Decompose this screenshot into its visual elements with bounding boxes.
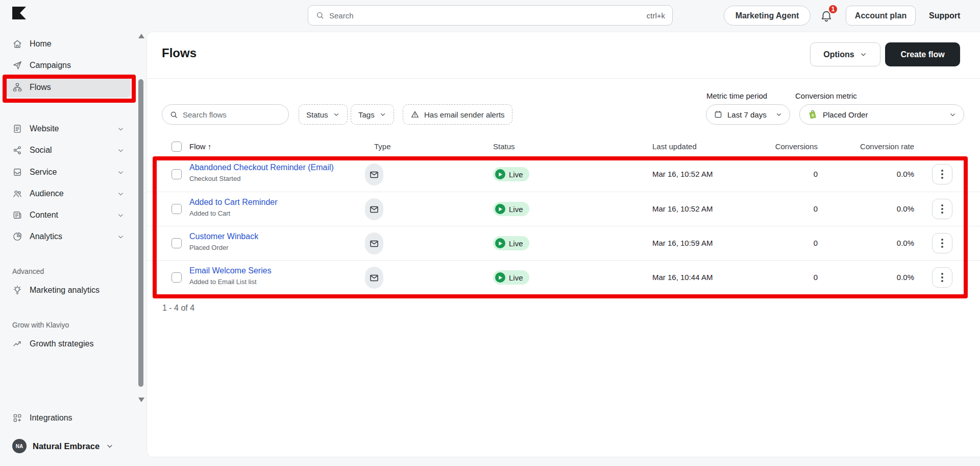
alerts-filter-label: Has email sender alerts — [424, 110, 505, 119]
notification-count-badge[interactable]: 1 — [828, 4, 838, 14]
chevron-down-icon — [333, 111, 340, 118]
status-filter[interactable]: Status — [299, 104, 348, 125]
sidebar-item-label: Analytics — [30, 232, 62, 241]
home-icon — [12, 39, 22, 49]
global-search-input[interactable] — [329, 11, 642, 20]
tags-filter-label: Tags — [358, 110, 375, 119]
sidebar-item-social[interactable]: Social — [6, 140, 131, 160]
row-checkbox[interactable] — [172, 238, 182, 248]
column-header-conversions[interactable]: Conversions — [736, 142, 818, 151]
last-updated-cell: Mar 16, 10:52 AM — [652, 170, 713, 178]
status-badge-label: Live — [509, 170, 523, 179]
column-header-status[interactable]: Status — [493, 142, 515, 151]
account-plan-button[interactable]: Account plan — [846, 6, 916, 26]
scroll-down-arrow[interactable] — [138, 398, 144, 402]
conversion-rate-cell: 0.0% — [832, 239, 914, 247]
alert-triangle-icon — [410, 110, 420, 119]
conversion-metric-dropdown[interactable]: S Placed Order — [799, 104, 964, 125]
status-badge-label: Live — [509, 273, 523, 282]
status-badge: Live — [493, 202, 529, 216]
conversions-cell: 0 — [736, 239, 818, 247]
select-all-checkbox[interactable] — [172, 142, 182, 152]
options-button-label: Options — [823, 50, 854, 59]
flow-link[interactable]: Customer Winback — [189, 232, 258, 241]
status-badge: Live — [493, 167, 529, 181]
table-row: Email Welcome Series Added to Email List… — [147, 260, 980, 294]
sidebar-item-analytics[interactable]: Analytics — [6, 226, 131, 247]
sidebar-item-audience[interactable]: Audience — [6, 183, 131, 204]
row-checkbox[interactable] — [172, 272, 182, 283]
account-switcher[interactable]: NA Natural Embrace — [6, 435, 134, 457]
account-name: Natural Embrace — [33, 441, 100, 451]
sidebar-item-campaigns[interactable]: Campaigns — [6, 55, 131, 76]
flow-search-input[interactable] — [183, 110, 270, 119]
scrollbar-thumb[interactable] — [138, 79, 143, 387]
chevron-down-icon — [117, 233, 125, 241]
row-menu-button[interactable] — [932, 267, 952, 288]
svg-text:S: S — [812, 113, 814, 118]
email-sender-alerts-filter[interactable]: Has email sender alerts — [403, 104, 512, 125]
chevron-down-icon — [379, 111, 386, 118]
flow-link[interactable]: Email Welcome Series — [189, 266, 272, 275]
row-menu-button[interactable] — [932, 233, 952, 253]
sidebar-item-flows[interactable]: Flows — [6, 77, 131, 98]
sidebar-item-home[interactable]: Home — [6, 34, 131, 54]
chevron-down-icon — [775, 111, 782, 118]
scroll-up-arrow[interactable] — [138, 34, 144, 38]
row-checkbox[interactable] — [172, 169, 182, 179]
chevron-down-icon — [117, 212, 125, 219]
email-type-chip — [365, 198, 383, 220]
integrations-grid-icon — [12, 413, 22, 423]
pagination-summary: 1 - 4 of 4 — [162, 304, 194, 313]
global-search-bar[interactable]: ctrl+k — [308, 5, 673, 26]
conversion-metric-label: Conversion metric — [795, 91, 857, 100]
status-filter-label: Status — [306, 110, 328, 119]
klaviyo-logo — [12, 7, 26, 19]
search-icon — [315, 11, 325, 20]
tags-filter[interactable]: Tags — [351, 104, 394, 125]
column-header-flow[interactable]: Flow ↑ — [189, 142, 211, 151]
sidebar-item-growth-strategies[interactable]: Growth strategies — [6, 334, 131, 354]
flow-trigger: Added to Email List list — [189, 278, 257, 286]
marketing-agent-button[interactable]: Marketing Agent — [724, 6, 811, 26]
column-header-type[interactable]: Type — [374, 142, 391, 151]
sidebar-item-label: Flows — [30, 83, 51, 92]
sidebar-item-marketing-analytics[interactable]: Marketing analytics — [6, 280, 131, 300]
calendar-icon — [714, 110, 723, 119]
trending-up-icon — [12, 339, 22, 349]
row-menu-button[interactable] — [932, 164, 952, 184]
play-icon — [495, 272, 505, 283]
play-icon — [495, 169, 505, 179]
support-link[interactable]: Support — [929, 11, 960, 20]
last-updated-cell: Mar 16, 10:52 AM — [652, 204, 713, 213]
options-button[interactable]: Options — [810, 42, 880, 66]
flow-link[interactable]: Added to Cart Reminder — [189, 198, 278, 207]
play-icon — [495, 238, 505, 248]
shopify-icon: S — [807, 109, 818, 120]
sidebar-item-service[interactable]: Service — [6, 162, 131, 182]
pie-chart-icon — [12, 231, 22, 242]
column-header-conversion-rate[interactable]: Conversion rate — [832, 142, 914, 151]
row-menu-button[interactable] — [932, 199, 952, 219]
sidebar-item-label: Audience — [30, 189, 64, 198]
sidebar-item-integrations[interactable]: Integrations — [6, 408, 131, 428]
time-period-dropdown[interactable]: Last 7 days — [706, 104, 790, 125]
row-checkbox[interactable] — [172, 204, 182, 214]
email-icon — [369, 170, 379, 180]
sidebar-item-content[interactable]: Content — [6, 205, 131, 225]
table-header: Flow ↑ Type Status Last updated Conversi… — [147, 138, 980, 156]
create-flow-button[interactable]: Create flow — [885, 42, 960, 66]
flow-link[interactable]: Abandoned Checkout Reminder (Email) — [189, 163, 334, 172]
sidebar-item-website[interactable]: Website — [6, 119, 131, 139]
email-icon — [369, 204, 379, 215]
chevron-down-icon — [117, 169, 125, 176]
column-header-last-updated[interactable]: Last updated — [652, 142, 697, 151]
sort-ascending-icon: ↑ — [208, 142, 212, 151]
metric-time-period-label: Metric time period — [706, 91, 767, 100]
advanced-section-label: Advanced — [12, 267, 44, 275]
share-icon — [12, 145, 22, 155]
table-row: Added to Cart Reminder Added to Cart Liv… — [147, 192, 980, 226]
time-period-value: Last 7 days — [727, 110, 767, 119]
email-type-chip — [365, 232, 383, 254]
flow-search-bar[interactable] — [162, 104, 289, 125]
